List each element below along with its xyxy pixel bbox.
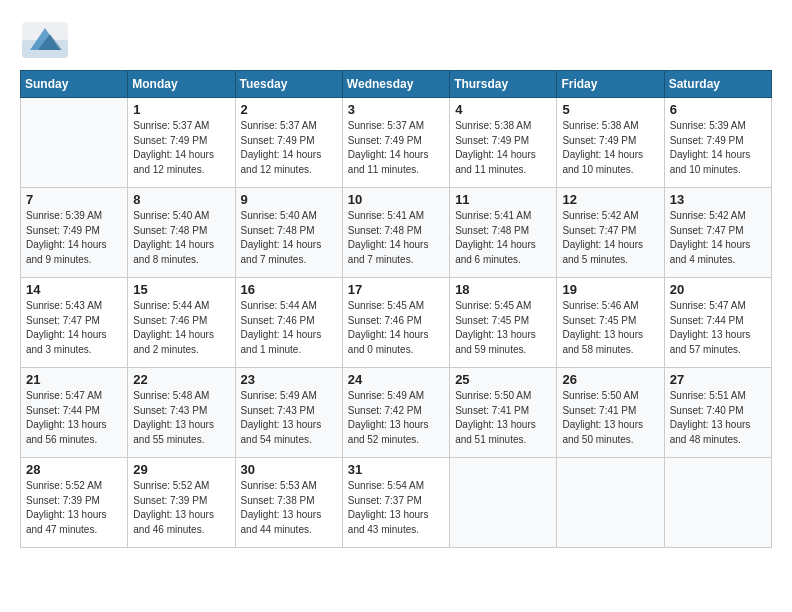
calendar-cell: 11Sunrise: 5:41 AM Sunset: 7:48 PM Dayli… <box>450 188 557 278</box>
calendar-cell: 2Sunrise: 5:37 AM Sunset: 7:49 PM Daylig… <box>235 98 342 188</box>
day-number: 4 <box>455 102 551 117</box>
calendar-cell <box>450 458 557 548</box>
calendar-cell: 21Sunrise: 5:47 AM Sunset: 7:44 PM Dayli… <box>21 368 128 458</box>
calendar-cell: 30Sunrise: 5:53 AM Sunset: 7:38 PM Dayli… <box>235 458 342 548</box>
calendar-cell: 4Sunrise: 5:38 AM Sunset: 7:49 PM Daylig… <box>450 98 557 188</box>
calendar-cell: 18Sunrise: 5:45 AM Sunset: 7:45 PM Dayli… <box>450 278 557 368</box>
day-info: Sunrise: 5:53 AM Sunset: 7:38 PM Dayligh… <box>241 479 337 537</box>
calendar-cell: 12Sunrise: 5:42 AM Sunset: 7:47 PM Dayli… <box>557 188 664 278</box>
calendar-cell: 27Sunrise: 5:51 AM Sunset: 7:40 PM Dayli… <box>664 368 771 458</box>
day-info: Sunrise: 5:43 AM Sunset: 7:47 PM Dayligh… <box>26 299 122 357</box>
day-number: 11 <box>455 192 551 207</box>
day-info: Sunrise: 5:41 AM Sunset: 7:48 PM Dayligh… <box>348 209 444 267</box>
day-info: Sunrise: 5:37 AM Sunset: 7:49 PM Dayligh… <box>133 119 229 177</box>
calendar-cell: 23Sunrise: 5:49 AM Sunset: 7:43 PM Dayli… <box>235 368 342 458</box>
day-number: 10 <box>348 192 444 207</box>
day-number: 18 <box>455 282 551 297</box>
day-info: Sunrise: 5:42 AM Sunset: 7:47 PM Dayligh… <box>562 209 658 267</box>
calendar-table: SundayMondayTuesdayWednesdayThursdayFrid… <box>20 70 772 548</box>
day-info: Sunrise: 5:52 AM Sunset: 7:39 PM Dayligh… <box>133 479 229 537</box>
day-info: Sunrise: 5:49 AM Sunset: 7:42 PM Dayligh… <box>348 389 444 447</box>
day-number: 17 <box>348 282 444 297</box>
calendar-cell: 8Sunrise: 5:40 AM Sunset: 7:48 PM Daylig… <box>128 188 235 278</box>
calendar-cell <box>557 458 664 548</box>
day-info: Sunrise: 5:40 AM Sunset: 7:48 PM Dayligh… <box>133 209 229 267</box>
calendar-cell: 3Sunrise: 5:37 AM Sunset: 7:49 PM Daylig… <box>342 98 449 188</box>
calendar-week-row: 14Sunrise: 5:43 AM Sunset: 7:47 PM Dayli… <box>21 278 772 368</box>
calendar-cell <box>21 98 128 188</box>
day-info: Sunrise: 5:50 AM Sunset: 7:41 PM Dayligh… <box>562 389 658 447</box>
day-number: 8 <box>133 192 229 207</box>
calendar-week-row: 1Sunrise: 5:37 AM Sunset: 7:49 PM Daylig… <box>21 98 772 188</box>
day-info: Sunrise: 5:47 AM Sunset: 7:44 PM Dayligh… <box>26 389 122 447</box>
calendar-week-row: 21Sunrise: 5:47 AM Sunset: 7:44 PM Dayli… <box>21 368 772 458</box>
day-number: 1 <box>133 102 229 117</box>
calendar-cell: 9Sunrise: 5:40 AM Sunset: 7:48 PM Daylig… <box>235 188 342 278</box>
calendar-cell: 26Sunrise: 5:50 AM Sunset: 7:41 PM Dayli… <box>557 368 664 458</box>
svg-rect-3 <box>22 40 68 58</box>
weekday-header: Sunday <box>21 71 128 98</box>
calendar-cell: 14Sunrise: 5:43 AM Sunset: 7:47 PM Dayli… <box>21 278 128 368</box>
day-number: 22 <box>133 372 229 387</box>
weekday-header-row: SundayMondayTuesdayWednesdayThursdayFrid… <box>21 71 772 98</box>
day-number: 14 <box>26 282 122 297</box>
day-number: 3 <box>348 102 444 117</box>
day-number: 2 <box>241 102 337 117</box>
calendar-cell: 13Sunrise: 5:42 AM Sunset: 7:47 PM Dayli… <box>664 188 771 278</box>
day-info: Sunrise: 5:41 AM Sunset: 7:48 PM Dayligh… <box>455 209 551 267</box>
calendar-cell: 5Sunrise: 5:38 AM Sunset: 7:49 PM Daylig… <box>557 98 664 188</box>
day-number: 31 <box>348 462 444 477</box>
day-info: Sunrise: 5:42 AM Sunset: 7:47 PM Dayligh… <box>670 209 766 267</box>
day-number: 29 <box>133 462 229 477</box>
weekday-header: Saturday <box>664 71 771 98</box>
day-number: 24 <box>348 372 444 387</box>
day-info: Sunrise: 5:37 AM Sunset: 7:49 PM Dayligh… <box>241 119 337 177</box>
calendar-cell <box>664 458 771 548</box>
weekday-header: Tuesday <box>235 71 342 98</box>
calendar-week-row: 28Sunrise: 5:52 AM Sunset: 7:39 PM Dayli… <box>21 458 772 548</box>
weekday-header: Thursday <box>450 71 557 98</box>
calendar-cell: 7Sunrise: 5:39 AM Sunset: 7:49 PM Daylig… <box>21 188 128 278</box>
day-info: Sunrise: 5:47 AM Sunset: 7:44 PM Dayligh… <box>670 299 766 357</box>
day-number: 23 <box>241 372 337 387</box>
calendar-cell: 20Sunrise: 5:47 AM Sunset: 7:44 PM Dayli… <box>664 278 771 368</box>
calendar-cell: 31Sunrise: 5:54 AM Sunset: 7:37 PM Dayli… <box>342 458 449 548</box>
day-info: Sunrise: 5:48 AM Sunset: 7:43 PM Dayligh… <box>133 389 229 447</box>
calendar-cell: 19Sunrise: 5:46 AM Sunset: 7:45 PM Dayli… <box>557 278 664 368</box>
calendar-cell: 16Sunrise: 5:44 AM Sunset: 7:46 PM Dayli… <box>235 278 342 368</box>
calendar-cell: 24Sunrise: 5:49 AM Sunset: 7:42 PM Dayli… <box>342 368 449 458</box>
page-header <box>20 20 772 60</box>
weekday-header: Monday <box>128 71 235 98</box>
day-number: 19 <box>562 282 658 297</box>
weekday-header: Friday <box>557 71 664 98</box>
logo <box>20 20 74 60</box>
calendar-cell: 29Sunrise: 5:52 AM Sunset: 7:39 PM Dayli… <box>128 458 235 548</box>
day-number: 5 <box>562 102 658 117</box>
calendar-cell: 25Sunrise: 5:50 AM Sunset: 7:41 PM Dayli… <box>450 368 557 458</box>
day-number: 21 <box>26 372 122 387</box>
weekday-header: Wednesday <box>342 71 449 98</box>
day-number: 30 <box>241 462 337 477</box>
calendar-cell: 28Sunrise: 5:52 AM Sunset: 7:39 PM Dayli… <box>21 458 128 548</box>
day-number: 13 <box>670 192 766 207</box>
day-info: Sunrise: 5:45 AM Sunset: 7:46 PM Dayligh… <box>348 299 444 357</box>
day-number: 26 <box>562 372 658 387</box>
day-number: 16 <box>241 282 337 297</box>
day-info: Sunrise: 5:44 AM Sunset: 7:46 PM Dayligh… <box>133 299 229 357</box>
day-number: 25 <box>455 372 551 387</box>
day-info: Sunrise: 5:44 AM Sunset: 7:46 PM Dayligh… <box>241 299 337 357</box>
calendar-week-row: 7Sunrise: 5:39 AM Sunset: 7:49 PM Daylig… <box>21 188 772 278</box>
calendar-cell: 22Sunrise: 5:48 AM Sunset: 7:43 PM Dayli… <box>128 368 235 458</box>
day-info: Sunrise: 5:45 AM Sunset: 7:45 PM Dayligh… <box>455 299 551 357</box>
day-info: Sunrise: 5:49 AM Sunset: 7:43 PM Dayligh… <box>241 389 337 447</box>
day-number: 28 <box>26 462 122 477</box>
day-info: Sunrise: 5:46 AM Sunset: 7:45 PM Dayligh… <box>562 299 658 357</box>
day-info: Sunrise: 5:51 AM Sunset: 7:40 PM Dayligh… <box>670 389 766 447</box>
day-info: Sunrise: 5:38 AM Sunset: 7:49 PM Dayligh… <box>562 119 658 177</box>
day-info: Sunrise: 5:50 AM Sunset: 7:41 PM Dayligh… <box>455 389 551 447</box>
calendar-cell: 15Sunrise: 5:44 AM Sunset: 7:46 PM Dayli… <box>128 278 235 368</box>
day-number: 15 <box>133 282 229 297</box>
day-number: 9 <box>241 192 337 207</box>
day-info: Sunrise: 5:38 AM Sunset: 7:49 PM Dayligh… <box>455 119 551 177</box>
day-number: 27 <box>670 372 766 387</box>
